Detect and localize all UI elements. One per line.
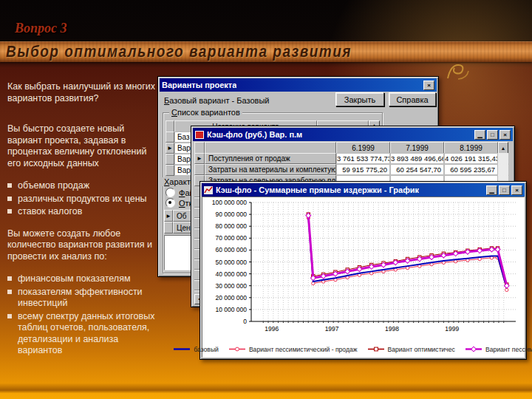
- base-variant-label: Базовый вариант - Базовый: [164, 96, 269, 105]
- chart-app-icon: [204, 186, 213, 194]
- y-tick-label: 0: [243, 318, 247, 325]
- legend-marker-icon: [465, 346, 482, 352]
- y-tick-label: 30 000 000: [215, 282, 247, 290]
- y-tick-label: 10 000 000: [215, 306, 247, 313]
- variants-dialog-title: Варианты проекта: [162, 81, 236, 89]
- legend-item: базовый: [173, 346, 219, 353]
- y-tick-label: 20 000 000: [215, 294, 247, 301]
- list-item-label: всему спектру данных итоговых таблиц отч…: [18, 311, 154, 356]
- maximize-icon[interactable]: □: [487, 130, 498, 140]
- y-tick-label: 40 000 000: [215, 270, 247, 278]
- radio-selected-icon: [166, 198, 175, 208]
- list-item-label: различных продуктов их цены: [18, 194, 147, 204]
- legend-item: Вариант пессимистиче: [465, 346, 532, 353]
- list-item: различных продуктов их цены: [7, 194, 157, 205]
- x-tick-label: 1999: [445, 325, 459, 332]
- cashflow-chart: 010 000 00020 000 00030 000 00040 000 00…: [202, 197, 522, 342]
- row-selector[interactable]: [166, 154, 174, 165]
- legend-item: Вариант оптимистичес: [367, 346, 455, 353]
- list-item-label: объемов продаж: [18, 180, 89, 191]
- y-tick-label: 80 000 000: [215, 222, 247, 230]
- current-row-arrow-icon: ►: [197, 155, 202, 162]
- bullet-icon: [7, 197, 12, 201]
- row-selector[interactable]: ►: [164, 210, 173, 222]
- x-tick-label: 1997: [325, 325, 339, 332]
- radio-icon: [166, 188, 175, 197]
- y-tick-label: 100 000 000: [212, 199, 248, 206]
- cashflow-value[interactable]: 60 595 235,67: [444, 164, 498, 175]
- legend-label: Вариант пессимистиче: [485, 346, 532, 353]
- intro-paragraph: Как выбрать наилучший из многих варианто…: [7, 81, 157, 104]
- maximize-icon[interactable]: □: [499, 185, 510, 195]
- question-label: Вопрос 3: [15, 21, 67, 36]
- minimize-icon[interactable]: ▁: [486, 185, 497, 195]
- chart-legend: базовыйВариант пессимистический - продаж…: [205, 344, 521, 355]
- list-item: показателям эффективности инвестиций: [7, 287, 157, 310]
- row-selector[interactable]: [164, 222, 173, 233]
- current-row-arrow-icon: ►: [167, 145, 173, 151]
- list-item: всему спектру данных итоговых таблиц отч…: [7, 311, 157, 357]
- legend-marker-icon: [367, 346, 385, 352]
- cashflow-value[interactable]: 3 893 489 496,66: [390, 153, 444, 164]
- cashflow-titlebar[interactable]: Кэш-фло (руб.) Вар. п.м ▁ □ ×: [193, 128, 513, 141]
- chart-client-area: 010 000 00020 000 00030 000 00040 000 00…: [202, 197, 525, 358]
- x-tick-label: 1996: [265, 325, 279, 332]
- close-button[interactable]: Закрыть: [335, 92, 384, 106]
- variants-dialog-titlebar[interactable]: Варианты проекта ×: [160, 78, 437, 92]
- bullet-icon: [7, 290, 12, 294]
- row-selector[interactable]: [194, 164, 205, 175]
- ornament-icon: [440, 59, 474, 86]
- legend-marker-icon: [173, 346, 191, 352]
- list-item: ставок налогов: [7, 206, 157, 218]
- row-selector[interactable]: [166, 165, 174, 176]
- row-selector[interactable]: ►: [166, 143, 174, 154]
- cashflow-table: 6.1999 7.1999 8.1999 ▲ ► Поступления от …: [194, 142, 508, 186]
- chart-titlebar[interactable]: Кэш-фло - Суммарные прямые издержки - Гр…: [202, 183, 525, 197]
- legend-label: Вариант пессимистический - продаж: [249, 346, 358, 353]
- list-item: финансовым показателям: [7, 273, 157, 285]
- cashflow-value[interactable]: 4 026 191 315,43: [444, 153, 498, 164]
- cashflow-app-icon: [195, 131, 204, 139]
- row-selector[interactable]: [166, 132, 174, 143]
- variants-list-group-label: Список вариантов: [169, 108, 242, 117]
- list-item-label: финансовым показателям: [18, 273, 131, 284]
- cashflow-row-label[interactable]: Затраты на материалы и комплектующие: [205, 164, 336, 175]
- close-icon[interactable]: ×: [423, 81, 434, 90]
- left-text-column: Как выбрать наилучший из многих варианто…: [7, 81, 157, 367]
- scrollbar-track[interactable]: [498, 153, 508, 164]
- analysis-paragraph: Вы можете создать любое количество вариа…: [7, 228, 157, 263]
- list-item-label: показателям эффективности инвестиций: [18, 287, 143, 309]
- legend-item: Вариант пессимистический - продаж: [228, 346, 358, 353]
- chart-window-title: Кэш-фло - Суммарные прямые издержки - Гр…: [216, 185, 419, 194]
- legend-marker-icon: [228, 346, 246, 352]
- slide-background: Вопрос 3 Выбор оптимального варианта раз…: [0, 0, 532, 399]
- cashflow-title: Кэш-фло (руб.) Вар. п.м: [207, 130, 302, 139]
- legend-label: базовый: [194, 346, 219, 353]
- list-item-label: ставок налогов: [18, 206, 82, 216]
- bullet-icon: [7, 183, 12, 188]
- chart-window[interactable]: Кэш-фло - Суммарные прямые издержки - Гр…: [200, 181, 527, 360]
- bullet-list-1: объемов продаж различных продуктов их це…: [7, 180, 157, 218]
- y-tick-label: 70 000 000: [215, 234, 247, 242]
- cashflow-value[interactable]: 3 761 533 774,73: [336, 153, 390, 164]
- scrollbar-track[interactable]: [498, 164, 508, 175]
- chart-series-line: [308, 216, 507, 288]
- close-icon[interactable]: ×: [511, 185, 522, 195]
- cashflow-value[interactable]: 59 915 775,20: [336, 164, 390, 175]
- y-tick-label: 90 000 000: [215, 211, 247, 218]
- cashflow-value[interactable]: 60 254 547,70: [390, 164, 444, 175]
- page-title: Выбор оптимального варианта развития: [6, 43, 352, 61]
- minimize-icon[interactable]: ▁: [474, 130, 485, 140]
- row-selector[interactable]: ►: [194, 153, 205, 164]
- help-button[interactable]: Справка: [389, 92, 436, 106]
- close-icon[interactable]: ×: [499, 130, 511, 140]
- y-tick-label: 50 000 000: [215, 259, 247, 266]
- list-item: объемов продаж: [7, 180, 157, 192]
- cashflow-row-label[interactable]: Поступления от продаж: [205, 153, 336, 164]
- current-row-arrow-icon: ►: [166, 213, 171, 219]
- bullet-icon: [7, 314, 12, 318]
- bullet-list-2: финансовым показателям показателям эффек…: [7, 273, 157, 357]
- bullet-icon: [7, 209, 12, 214]
- description-paragraph: Вы быстро создаете новый вариант проекта…: [7, 123, 157, 169]
- bullet-icon: [7, 276, 12, 281]
